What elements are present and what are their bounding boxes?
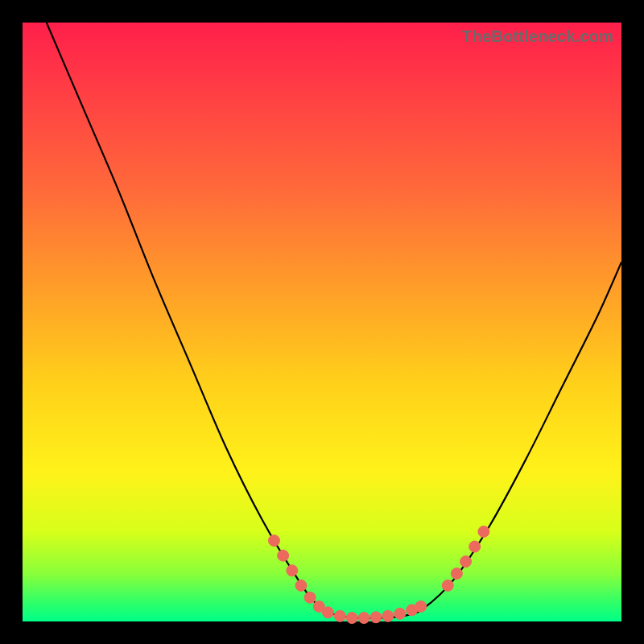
marker-group bbox=[268, 526, 489, 623]
highlight-marker bbox=[469, 541, 481, 552]
highlight-marker bbox=[268, 535, 279, 547]
highlight-marker bbox=[334, 610, 345, 621]
highlight-marker bbox=[287, 565, 298, 576]
highlight-marker bbox=[295, 580, 307, 591]
highlight-marker bbox=[370, 612, 382, 623]
highlight-marker bbox=[304, 592, 316, 603]
highlight-marker bbox=[478, 526, 489, 537]
highlight-marker bbox=[394, 608, 406, 619]
highlight-marker bbox=[278, 550, 289, 561]
highlight-marker bbox=[442, 580, 453, 591]
curve-layer bbox=[23, 23, 621, 621]
highlight-marker bbox=[415, 601, 427, 612]
highlight-marker bbox=[451, 568, 462, 579]
plot-area: TheBottleneck.com bbox=[23, 23, 621, 621]
highlight-marker bbox=[346, 613, 357, 624]
bottleneck-curve bbox=[47, 23, 621, 618]
highlight-marker bbox=[460, 556, 472, 568]
highlight-marker bbox=[358, 613, 369, 624]
highlight-marker bbox=[382, 610, 394, 621]
highlight-marker bbox=[322, 607, 333, 618]
chart-frame: TheBottleneck.com bbox=[0, 0, 644, 644]
